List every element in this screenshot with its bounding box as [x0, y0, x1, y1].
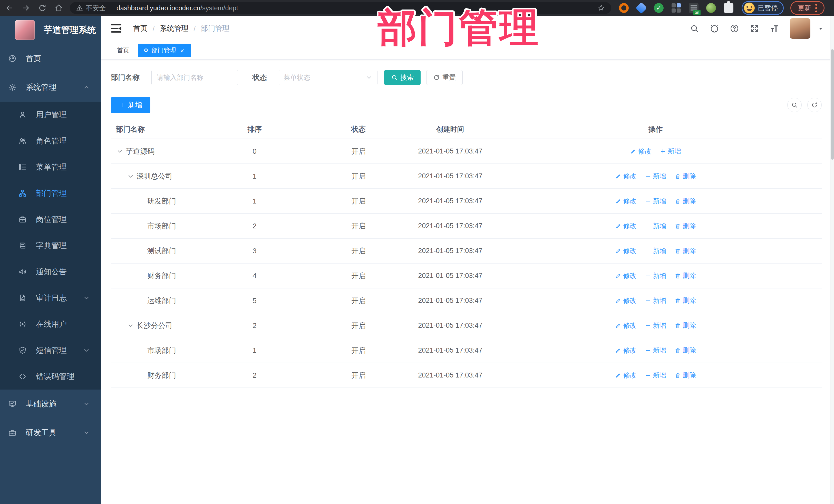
trash-icon	[675, 248, 681, 254]
row-action-plus[interactable]: 新增	[645, 296, 666, 305]
sidebar-item-post-mgmt[interactable]: 岗位管理	[0, 206, 101, 233]
browser-update-button[interactable]: 更新	[790, 1, 825, 15]
row-action-plus[interactable]: 新增	[645, 172, 666, 181]
row-action-trash[interactable]: 删除	[675, 371, 696, 380]
row-action-edit[interactable]: 修改	[615, 172, 637, 181]
breadcrumb-system[interactable]: 系统管理	[160, 24, 189, 34]
row-action-plus[interactable]: 新增	[645, 221, 666, 231]
status-cell: 开启	[306, 196, 411, 206]
extension-drop-icon[interactable]	[635, 2, 647, 14]
sidebar-item-home[interactable]: 首页	[0, 44, 101, 73]
sidebar-fold-icon[interactable]	[111, 24, 122, 33]
row-action-trash[interactable]: 删除	[675, 172, 696, 181]
extension-grid-icon[interactable]	[671, 3, 681, 13]
scrollbar-thumb[interactable]	[831, 49, 834, 160]
row-action-plus[interactable]: 新增	[645, 371, 666, 380]
browser-back-icon[interactable]	[5, 4, 14, 12]
row-action-trash[interactable]: 删除	[675, 197, 696, 205]
sidebar-item-online-user[interactable]: 在线用户	[0, 311, 101, 337]
sidebar-item-label: 首页	[26, 53, 41, 64]
extension-ring-icon[interactable]	[619, 3, 629, 13]
tab-dept-active[interactable]: 部门管理	[138, 44, 191, 57]
row-action-edit[interactable]: 修改	[630, 147, 652, 156]
header-search-icon[interactable]	[690, 24, 699, 33]
browser-forward-icon[interactable]	[22, 4, 30, 12]
row-action-edit[interactable]: 修改	[615, 296, 637, 305]
plus-icon	[660, 148, 666, 154]
profile-chip[interactable]: 已暂停	[742, 1, 784, 15]
row-action-edit[interactable]: 修改	[615, 246, 637, 255]
row-action-trash[interactable]: 删除	[675, 246, 696, 255]
row-action-edit[interactable]: 修改	[615, 346, 637, 355]
sidebar-item-role-mgmt[interactable]: 角色管理	[0, 128, 101, 154]
row-action-trash[interactable]: 删除	[675, 321, 696, 330]
row-action-plus[interactable]: 新增	[660, 147, 681, 156]
avatar-caret-icon[interactable]	[817, 25, 824, 32]
bookmark-star-icon[interactable]	[597, 4, 605, 12]
breadcrumb-home[interactable]: 首页	[133, 24, 148, 34]
browser-menu-icon[interactable]	[815, 4, 817, 12]
tab-close-icon[interactable]	[180, 48, 185, 53]
sidebar-item-system[interactable]: 系统管理	[0, 73, 101, 102]
extensions-puzzle-icon[interactable]	[724, 3, 733, 13]
app-title: 芋道管理系统	[44, 24, 96, 36]
actions-cell: 修改新增	[489, 147, 822, 156]
sidebar-item-user-mgmt[interactable]: 用户管理	[0, 102, 101, 128]
fullscreen-icon[interactable]	[750, 24, 759, 33]
search-button[interactable]: 搜索	[384, 70, 421, 85]
address-bar[interactable]: 不安全 dashboard.yudao.iocoder.cn/system/de…	[70, 2, 611, 14]
tab-home[interactable]: 首页	[111, 44, 135, 57]
status-cell: 开启	[306, 296, 411, 306]
docs-help-icon[interactable]	[730, 24, 739, 33]
dept-name-cell: 财务部门	[147, 371, 176, 380]
dept-name-input[interactable]	[151, 70, 238, 85]
app-logo[interactable]: 芋道管理系统	[0, 16, 101, 44]
row-action-edit[interactable]: 修改	[615, 221, 637, 231]
browser-home-icon[interactable]	[54, 4, 63, 12]
row-action-plus[interactable]: 新增	[645, 197, 666, 205]
row-action-trash[interactable]: 删除	[675, 221, 696, 231]
font-size-icon[interactable]	[770, 24, 779, 33]
sidebar-item-notice[interactable]: 通知公告	[0, 259, 101, 285]
extension-leaf-icon[interactable]	[706, 3, 716, 13]
extension-adblock-icon[interactable]: on	[689, 3, 699, 13]
row-action-plus[interactable]: 新增	[645, 346, 666, 355]
tree-expand-icon[interactable]	[116, 148, 124, 155]
status-cell: 开启	[306, 221, 411, 231]
refresh-table-button[interactable]	[807, 98, 822, 112]
tree-expand-icon[interactable]	[127, 322, 134, 329]
browser-reload-icon[interactable]	[38, 4, 47, 12]
toggle-search-button[interactable]	[787, 98, 802, 112]
sidebar-item-errcode-mgmt[interactable]: 错误码管理	[0, 364, 101, 390]
row-action-edit[interactable]: 修改	[615, 197, 637, 205]
dept-name-cell: 市场部门	[147, 346, 176, 355]
row-action-plus[interactable]: 新增	[645, 271, 666, 280]
page-scrollbar[interactable]	[830, 16, 834, 504]
row-action-plus[interactable]: 新增	[645, 246, 666, 255]
actions-cell: 修改新增删除	[489, 271, 822, 280]
sidebar-item-dict-mgmt[interactable]: 字典管理	[0, 233, 101, 259]
github-icon[interactable]	[710, 24, 719, 33]
add-button[interactable]: 新增	[111, 97, 150, 113]
row-action-plus[interactable]: 新增	[645, 321, 666, 330]
sidebar-item-menu-mgmt[interactable]: 菜单管理	[0, 154, 101, 180]
status-select[interactable]: 菜单状态	[279, 70, 377, 85]
row-action-trash[interactable]: 删除	[675, 271, 696, 280]
row-action-edit[interactable]: 修改	[615, 321, 637, 330]
row-action-trash[interactable]: 删除	[675, 346, 696, 355]
sidebar-item-infra[interactable]: 基础设施	[0, 390, 101, 418]
user-avatar[interactable]	[790, 18, 810, 39]
sidebar-item-dept-mgmt[interactable]: 部门管理	[0, 180, 101, 206]
sidebar-item-audit-log[interactable]: 审计日志	[0, 285, 101, 311]
tree-expand-icon[interactable]	[127, 172, 134, 180]
sidebar-item-sms-mgmt[interactable]: 短信管理	[0, 337, 101, 364]
status-label: 状态	[253, 73, 267, 82]
row-action-trash[interactable]: 删除	[675, 296, 696, 305]
status-cell: 开启	[306, 346, 411, 355]
row-action-edit[interactable]: 修改	[615, 271, 637, 280]
actions-cell: 修改新增删除	[489, 246, 822, 255]
sidebar-item-devtools[interactable]: 研发工具	[0, 418, 101, 447]
extension-check-icon[interactable]: ✓	[654, 3, 664, 13]
reset-button[interactable]: 重置	[426, 70, 463, 85]
row-action-edit[interactable]: 修改	[615, 371, 637, 380]
